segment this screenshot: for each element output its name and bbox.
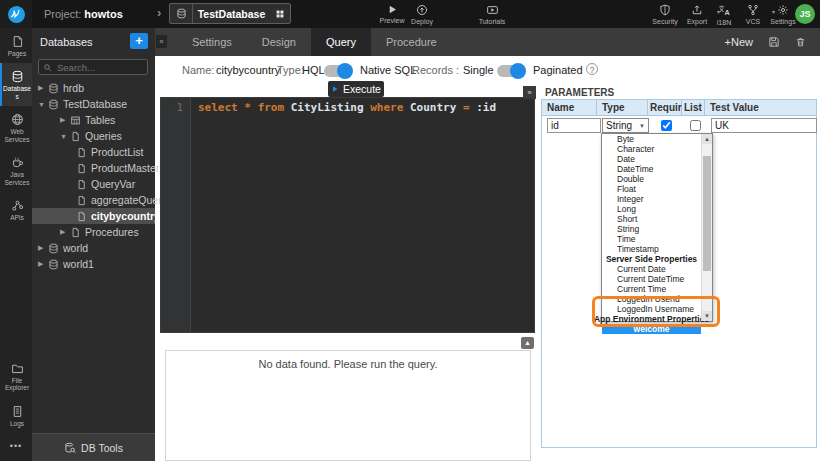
- dropdown-scrollbar[interactable]: ▲ ▼: [701, 134, 712, 321]
- dropdown-option-timestamp[interactable]: Timestamp: [602, 244, 701, 254]
- chevron-down-icon[interactable]: ▼: [38, 101, 48, 108]
- dropdown-option-loggedin-userid[interactable]: LoggedIn UserId: [602, 294, 701, 304]
- dropdown-option-character[interactable]: Character: [602, 144, 701, 154]
- records-option-single[interactable]: Single: [463, 64, 494, 76]
- chevron-right-icon[interactable]: ▶: [60, 228, 70, 236]
- records-option-paginated[interactable]: Paginated: [533, 64, 583, 76]
- dropdown-option-time[interactable]: Time: [602, 234, 701, 244]
- testdatabase-tab[interactable]: TestDatabase: [169, 3, 291, 24]
- sql-type-toggle[interactable]: [324, 65, 352, 77]
- tree-item-productmasterlist[interactable]: ProductMasterList: [32, 160, 155, 176]
- dropdown-option-double[interactable]: Double: [602, 174, 701, 184]
- sidebar-item-databases[interactable]: Databases: [0, 63, 32, 106]
- sql-editor[interactable]: 1 select * from CityListing where Countr…: [160, 97, 535, 333]
- scroll-down-icon[interactable]: ▼: [702, 311, 712, 321]
- parameters-table-header: Name Type Required List Test Value: [541, 99, 817, 116]
- sql-code-line[interactable]: select * from CityListing where Country …: [198, 101, 496, 114]
- dropdown-option-integer[interactable]: Integer: [602, 194, 701, 204]
- scrollbar-thumb[interactable]: [703, 156, 711, 271]
- dropdown-option-current-datetime[interactable]: Current DateTime: [602, 274, 701, 284]
- dropdown-option-date[interactable]: Date: [602, 154, 701, 164]
- dropdown-option-current-time[interactable]: Current Time: [602, 284, 701, 294]
- dropdown-option-string[interactable]: String: [602, 224, 701, 234]
- sidebar-item-apis[interactable]: APIs: [0, 192, 32, 227]
- chevron-right-icon[interactable]: ▶: [38, 84, 48, 92]
- sidebar-item-web-services[interactable]: Web Services: [0, 106, 32, 149]
- new-query-button[interactable]: +New: [725, 36, 753, 48]
- param-list-checkbox[interactable]: [690, 120, 701, 131]
- chevron-down-icon[interactable]: ▼: [60, 133, 70, 140]
- chevron-right-icon[interactable]: ▶: [38, 260, 48, 268]
- param-type-select[interactable]: String ▼: [602, 118, 649, 133]
- tab-procedure[interactable]: Procedure: [371, 28, 452, 56]
- param-test-value-input[interactable]: [711, 118, 817, 133]
- scroll-up-icon[interactable]: ▲: [702, 134, 712, 144]
- workspace-tab-strip: Settings Design Query Procedure +New: [155, 28, 820, 56]
- user-avatar[interactable]: JS: [795, 4, 815, 24]
- tree-item-citybycountry[interactable]: citybycountry: [32, 208, 155, 224]
- tree-item-aggregatequery[interactable]: aggregateQuery: [32, 192, 155, 208]
- type-dropdown-list: Byte Character Date DateTime Double Floa…: [601, 133, 713, 322]
- grid-icon[interactable]: [270, 9, 290, 19]
- api-icon: [11, 199, 24, 212]
- tree-item-procedures[interactable]: ▶ Procedures: [32, 224, 155, 240]
- collapse-editor-button[interactable]: ▲: [521, 337, 534, 349]
- play-icon: [331, 85, 339, 93]
- dropdown-option-welcome[interactable]: welcome: [602, 324, 701, 334]
- tree-item-tables[interactable]: ▶ Tables: [32, 112, 155, 128]
- dropdown-option-long[interactable]: Long: [602, 204, 701, 214]
- dropdown-option-short[interactable]: Short: [602, 214, 701, 224]
- column-header-list: List: [682, 99, 705, 116]
- database-icon: [48, 243, 59, 254]
- toggle-knob: [510, 63, 526, 79]
- param-name-input[interactable]: [547, 118, 601, 133]
- save-icon[interactable]: [768, 36, 780, 48]
- type-option-native-sql[interactable]: Native SQL: [360, 64, 416, 76]
- deploy-button[interactable]: Deploy: [402, 4, 442, 25]
- i18n-button[interactable]: i18N: [708, 4, 740, 26]
- type-option-hql[interactable]: HQL: [302, 64, 325, 76]
- tree-item-world1[interactable]: ▶ world1: [32, 256, 155, 272]
- tab-settings[interactable]: Settings: [177, 28, 247, 56]
- dropdown-option-float[interactable]: Float: [602, 184, 701, 194]
- records-toggle[interactable]: [497, 65, 525, 77]
- security-button[interactable]: Security: [645, 4, 685, 25]
- testdatabase-tab-label: TestDatabase: [193, 8, 270, 20]
- dropdown-option-datetime[interactable]: DateTime: [602, 164, 701, 174]
- file-icon: [76, 179, 87, 190]
- tree-item-testdatabase[interactable]: ▼ TestDatabase: [32, 96, 155, 112]
- db-tools-button[interactable]: DB Tools: [32, 433, 155, 461]
- tutorials-button[interactable]: Tutorials: [470, 4, 514, 25]
- tree-item-hrdb[interactable]: ▶ hrdb: [32, 80, 155, 96]
- sidebar-item-java-services[interactable]: Java Services: [0, 149, 32, 192]
- tree-item-world[interactable]: ▶ world: [32, 240, 155, 256]
- tree-item-queries[interactable]: ▼ Queries: [32, 128, 155, 144]
- tree-item-queryvar[interactable]: QueryVar: [32, 176, 155, 192]
- chevron-right-icon[interactable]: ▶: [60, 116, 70, 124]
- tab-query[interactable]: Query: [311, 28, 371, 56]
- dropdown-option-current-date[interactable]: Current Date: [602, 264, 701, 274]
- expand-parameters-button[interactable]: »: [523, 86, 536, 99]
- tab-design[interactable]: Design: [247, 28, 311, 56]
- tree-item-productlist[interactable]: ProductList: [32, 144, 155, 160]
- cloud-upload-icon: [416, 4, 428, 16]
- chevron-right-icon[interactable]: ▶: [38, 244, 48, 252]
- search-icon: [43, 63, 52, 72]
- collapse-tree-panel-button[interactable]: «: [156, 35, 167, 48]
- more-options-icon[interactable]: •••: [0, 433, 32, 461]
- top-bar: Project:howtos › TestDatabase Preview De…: [0, 0, 820, 28]
- file-icon: [76, 195, 87, 206]
- wavemaker-logo-icon[interactable]: [0, 0, 32, 28]
- help-icon[interactable]: ?: [586, 63, 598, 75]
- param-required-checkbox[interactable]: [661, 120, 672, 131]
- dropdown-option-byte[interactable]: Byte: [602, 134, 701, 144]
- trash-icon[interactable]: [795, 36, 806, 48]
- dropdown-option-loggedin-username[interactable]: LoggedIn Username: [602, 304, 701, 314]
- execute-button[interactable]: Execute: [328, 81, 384, 97]
- search-input[interactable]: [55, 61, 147, 74]
- sidebar-item-pages[interactable]: Pages: [0, 28, 32, 63]
- sidebar-item-logs[interactable]: Logs: [0, 398, 32, 433]
- sidebar-item-file-explorer[interactable]: File Explorer: [0, 355, 32, 398]
- panel-title: Databases: [40, 36, 93, 48]
- add-database-button[interactable]: +: [130, 33, 148, 49]
